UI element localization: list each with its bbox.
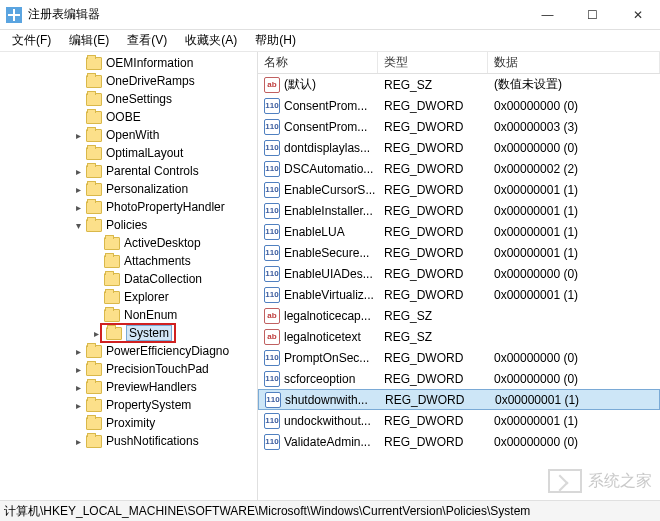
tree-toggle-icon[interactable]: ▾ xyxy=(72,220,84,231)
string-value-icon: ab xyxy=(264,77,280,93)
column-type[interactable]: 类型 xyxy=(378,52,488,73)
folder-icon xyxy=(86,165,102,178)
tree-toggle-icon[interactable]: ▸ xyxy=(72,346,84,357)
folder-icon xyxy=(104,291,120,304)
dword-value-icon: 110 xyxy=(264,287,280,303)
tree-toggle-icon[interactable]: ▸ xyxy=(72,436,84,447)
tree-node-label: PreviewHandlers xyxy=(106,380,197,394)
value-name: ValidateAdmin... xyxy=(284,435,371,449)
value-row[interactable]: 110dontdisplaylas...REG_DWORD0x00000000 … xyxy=(258,137,660,158)
minimize-button[interactable]: — xyxy=(525,0,570,30)
menu-help[interactable]: 帮助(H) xyxy=(247,30,304,51)
tree-node[interactable]: ▸System xyxy=(0,324,257,342)
tree-node[interactable]: Explorer xyxy=(0,288,257,306)
tree-node[interactable]: ▸Parental Controls xyxy=(0,162,257,180)
folder-icon xyxy=(86,345,102,358)
maximize-button[interactable]: ☐ xyxy=(570,0,615,30)
value-row[interactable]: 110PromptOnSec...REG_DWORD0x00000000 (0) xyxy=(258,347,660,368)
tree-node[interactable]: OneDriveRamps xyxy=(0,72,257,90)
value-row[interactable]: 110EnableUIADes...REG_DWORD0x00000000 (0… xyxy=(258,263,660,284)
tree-node[interactable]: ▸Personalization xyxy=(0,180,257,198)
tree-node[interactable]: Proximity xyxy=(0,414,257,432)
tree-node[interactable]: ▸PropertySystem xyxy=(0,396,257,414)
tree-node[interactable]: OEMInformation xyxy=(0,54,257,72)
tree-node[interactable]: OOBE xyxy=(0,108,257,126)
value-row[interactable]: 110undockwithout...REG_DWORD0x00000001 (… xyxy=(258,410,660,431)
list-view: 名称 类型 数据 ab(默认)REG_SZ(数值未设置)110ConsentPr… xyxy=(258,52,660,500)
tree-node[interactable]: DataCollection xyxy=(0,270,257,288)
dword-value-icon: 110 xyxy=(264,371,280,387)
tree-node[interactable]: Attachments xyxy=(0,252,257,270)
dword-value-icon: 110 xyxy=(265,392,281,408)
content-area: OEMInformationOneDriveRampsOneSettingsOO… xyxy=(0,52,660,500)
value-row[interactable]: 110EnableSecure...REG_DWORD0x00000001 (1… xyxy=(258,242,660,263)
list-body[interactable]: ab(默认)REG_SZ(数值未设置)110ConsentProm...REG_… xyxy=(258,74,660,500)
tree-node-label: Policies xyxy=(106,218,147,232)
value-name: ConsentProm... xyxy=(284,99,367,113)
value-type: REG_DWORD xyxy=(378,162,488,176)
tree-node[interactable]: OneSettings xyxy=(0,90,257,108)
tree-node[interactable]: ▸PowerEfficiencyDiagno xyxy=(0,342,257,360)
menu-file[interactable]: 文件(F) xyxy=(4,30,59,51)
tree-toggle-icon[interactable]: ▸ xyxy=(72,364,84,375)
tree-node[interactable]: ▸PreviewHandlers xyxy=(0,378,257,396)
value-row[interactable]: 110ValidateAdmin...REG_DWORD0x00000000 (… xyxy=(258,431,660,452)
value-row[interactable]: 110EnableLUAREG_DWORD0x00000001 (1) xyxy=(258,221,660,242)
tree-toggle-icon[interactable]: ▸ xyxy=(72,382,84,393)
statusbar: 计算机\HKEY_LOCAL_MACHINE\SOFTWARE\Microsof… xyxy=(0,500,660,521)
value-row[interactable]: 110EnableVirtualiz...REG_DWORD0x00000001… xyxy=(258,284,660,305)
value-name-cell: 110EnableUIADes... xyxy=(258,266,378,282)
dword-value-icon: 110 xyxy=(264,413,280,429)
value-name: EnableUIADes... xyxy=(284,267,373,281)
value-row[interactable]: 110scforceoptionREG_DWORD0x00000000 (0) xyxy=(258,368,660,389)
value-name-cell: 110EnableVirtualiz... xyxy=(258,287,378,303)
value-name: EnableCursorS... xyxy=(284,183,375,197)
string-value-icon: ab xyxy=(264,308,280,324)
value-row[interactable]: ab(默认)REG_SZ(数值未设置) xyxy=(258,74,660,95)
folder-icon xyxy=(86,219,102,232)
value-row[interactable]: ablegalnoticetextREG_SZ xyxy=(258,326,660,347)
menu-favorites[interactable]: 收藏夹(A) xyxy=(177,30,245,51)
menu-view[interactable]: 查看(V) xyxy=(119,30,175,51)
tree-node-label: PrecisionTouchPad xyxy=(106,362,209,376)
value-data: 0x00000001 (1) xyxy=(489,393,659,407)
tree-node[interactable]: ▸PrecisionTouchPad xyxy=(0,360,257,378)
tree-toggle-icon[interactable]: ▸ xyxy=(72,184,84,195)
dword-value-icon: 110 xyxy=(264,182,280,198)
tree-node[interactable]: ActiveDesktop xyxy=(0,234,257,252)
value-row[interactable]: 110ConsentProm...REG_DWORD0x00000003 (3) xyxy=(258,116,660,137)
tree-node[interactable]: ▾Policies xyxy=(0,216,257,234)
tree-toggle-icon[interactable]: ▸ xyxy=(72,400,84,411)
tree-node[interactable]: OptimalLayout xyxy=(0,144,257,162)
value-type: REG_DWORD xyxy=(378,372,488,386)
folder-icon xyxy=(86,435,102,448)
tree-node-label: OpenWith xyxy=(106,128,159,142)
tree-view[interactable]: OEMInformationOneDriveRampsOneSettingsOO… xyxy=(0,52,258,500)
value-row[interactable]: ablegalnoticecap...REG_SZ xyxy=(258,305,660,326)
tree-node[interactable]: NonEnum xyxy=(0,306,257,324)
tree-toggle-icon[interactable]: ▸ xyxy=(72,166,84,177)
value-type: REG_SZ xyxy=(378,330,488,344)
value-row[interactable]: 110DSCAutomatio...REG_DWORD0x00000002 (2… xyxy=(258,158,660,179)
value-row[interactable]: 110EnableInstaller...REG_DWORD0x00000001… xyxy=(258,200,660,221)
value-row[interactable]: 110ConsentProm...REG_DWORD0x00000000 (0) xyxy=(258,95,660,116)
tree-node[interactable]: ▸OpenWith xyxy=(0,126,257,144)
tree-toggle-icon[interactable]: ▸ xyxy=(72,130,84,141)
close-button[interactable]: ✕ xyxy=(615,0,660,30)
value-name-cell: 110shutdownwith... xyxy=(259,392,379,408)
value-data: 0x00000000 (0) xyxy=(488,141,660,155)
tree-node-label: Explorer xyxy=(124,290,169,304)
menu-edit[interactable]: 编辑(E) xyxy=(61,30,117,51)
value-data: 0x00000000 (0) xyxy=(488,351,660,365)
value-row[interactable]: 110shutdownwith...REG_DWORD0x00000001 (1… xyxy=(258,389,660,410)
folder-icon xyxy=(86,75,102,88)
column-name[interactable]: 名称 xyxy=(258,52,378,73)
column-data[interactable]: 数据 xyxy=(488,52,660,73)
value-name: EnableVirtualiz... xyxy=(284,288,374,302)
tree-node[interactable]: ▸PhotoPropertyHandler xyxy=(0,198,257,216)
folder-icon xyxy=(86,147,102,160)
value-name: legalnoticecap... xyxy=(284,309,371,323)
tree-node[interactable]: ▸PushNotifications xyxy=(0,432,257,450)
tree-toggle-icon[interactable]: ▸ xyxy=(72,202,84,213)
value-row[interactable]: 110EnableCursorS...REG_DWORD0x00000001 (… xyxy=(258,179,660,200)
